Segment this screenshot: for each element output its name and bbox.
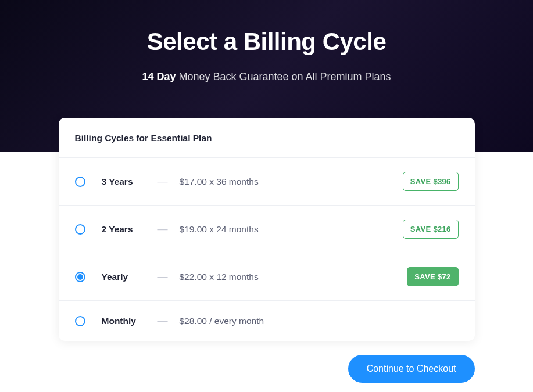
- plan-label: Monthly: [102, 316, 154, 326]
- billing-card: Billing Cycles for Essential Plan 3 Year…: [59, 118, 475, 341]
- radio-icon: [75, 224, 85, 235]
- save-badge: SAVE $396: [403, 172, 459, 191]
- billing-row-yearly[interactable]: Yearly — $22.00 x 12 months SAVE $72: [59, 253, 475, 301]
- plan-price: $17.00 x 36 months: [180, 177, 403, 187]
- continue-checkout-button[interactable]: Continue to Checkout: [348, 355, 475, 383]
- plan-label: Yearly: [102, 272, 154, 282]
- plan-label: 2 Years: [102, 224, 154, 235]
- radio-icon: [75, 177, 85, 187]
- billing-row-monthly[interactable]: Monthly — $28.00 / every month: [59, 301, 475, 341]
- plan-price: $28.00 / every month: [180, 316, 459, 326]
- page-title: Select a Billing Cycle: [0, 0, 533, 56]
- dash-separator: —: [158, 271, 168, 283]
- dash-separator: —: [158, 175, 168, 188]
- billing-row-2-years[interactable]: 2 Years — $19.00 x 24 months SAVE $216: [59, 206, 475, 253]
- radio-icon: [75, 316, 85, 326]
- card-title: Billing Cycles for Essential Plan: [59, 118, 475, 158]
- plan-price: $22.00 x 12 months: [180, 272, 407, 282]
- billing-row-3-years[interactable]: 3 Years — $17.00 x 36 months SAVE $396: [59, 158, 475, 206]
- plan-price: $19.00 x 24 months: [180, 224, 403, 235]
- save-badge: SAVE $216: [403, 220, 459, 239]
- subtitle-bold: 14 Day: [142, 71, 176, 82]
- radio-icon-selected: [75, 272, 85, 282]
- page-subtitle: 14 Day Money Back Guarantee on All Premi…: [0, 71, 533, 83]
- dash-separator: —: [158, 315, 168, 327]
- footer: Continue to Checkout: [59, 355, 475, 383]
- subtitle-rest: Money Back Guarantee on All Premium Plan…: [176, 71, 391, 82]
- save-badge-selected: SAVE $72: [407, 267, 458, 286]
- plan-label: 3 Years: [102, 177, 154, 187]
- dash-separator: —: [158, 223, 168, 235]
